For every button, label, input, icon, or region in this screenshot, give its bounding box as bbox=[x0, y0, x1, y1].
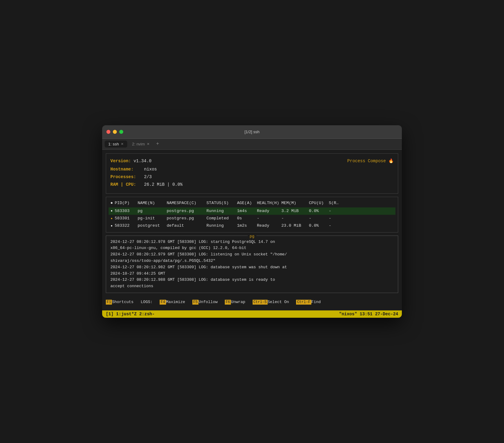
logs-label: LOGS: bbox=[141, 300, 153, 304]
status-left: [1] 1:just*Z 2:zsh- bbox=[106, 312, 155, 317]
info-version-line: Version: v1.34.0 bbox=[110, 158, 151, 164]
f4-key[interactable]: F4 bbox=[160, 300, 166, 305]
row1-bullet: ● bbox=[109, 209, 115, 213]
row3-name: postgrest bbox=[138, 223, 167, 229]
info-section: Version: v1.34.0 Process Compose 🔥 Hostn… bbox=[106, 153, 398, 194]
ctrlf-key[interactable]: Ctrl-F bbox=[296, 300, 311, 305]
col-header-bullet: ● bbox=[109, 200, 115, 206]
row3-namespace: default bbox=[167, 223, 206, 229]
row1-s: - bbox=[329, 208, 341, 214]
tab-add-button[interactable]: + bbox=[154, 141, 161, 147]
row2-s: - bbox=[329, 215, 341, 222]
tab-nvim-label: 2: nvim bbox=[132, 142, 145, 146]
status-right: "nixos" 13:51 27-Dec-24 bbox=[339, 312, 398, 317]
table-header: ● PID(P) NAME(N) NAMESPACE(C) STATUS(S) … bbox=[109, 200, 395, 207]
unfollow-text: Unfollow bbox=[198, 300, 217, 304]
col-header-namespace: NAMESPACE(C) bbox=[167, 200, 206, 206]
log-line-6: 2024-10-27 09:44:25 GMT bbox=[110, 271, 394, 277]
log-line-2: x86_64-pc-linux-gnu, compiled by gcc (GC… bbox=[110, 245, 394, 251]
row1-mem: 3.2 MiB bbox=[281, 208, 309, 214]
window-title: [1/2] ssh bbox=[244, 130, 259, 134]
terminal-content: Version: v1.34.0 Process Compose 🔥 Hostn… bbox=[102, 150, 402, 311]
col-header-age: AGE(A) bbox=[237, 200, 257, 206]
col-header-cpu: CPU(U) bbox=[309, 200, 329, 206]
tab-ssh-label: 1: ssh bbox=[108, 142, 119, 146]
row2-mem: - bbox=[281, 215, 309, 222]
select-on-text: Select On bbox=[268, 300, 289, 304]
close-button[interactable] bbox=[106, 130, 110, 134]
log-line-5: 2024-12-27 08:20:12.982 GMT [583309] LOG… bbox=[110, 264, 394, 271]
row3-age: 1m2s bbox=[237, 223, 257, 229]
info-processes-line: Processes: 2/3 bbox=[110, 174, 394, 180]
unwrap-text: Unwrap bbox=[231, 300, 245, 304]
col-header-pid: PID(P) bbox=[115, 200, 138, 206]
row1-name: pg bbox=[138, 208, 167, 214]
log-line-7: 2024-12-27 08:20:12.988 GMT [583308] LOG… bbox=[110, 277, 394, 283]
row2-bullet: ● bbox=[109, 216, 115, 221]
log-section: pg 2024-12-27 08:20:12.978 GMT [583308] … bbox=[106, 236, 398, 293]
tab-nvim-close[interactable]: ✕ bbox=[147, 142, 150, 146]
process-table: ● PID(P) NAME(N) NAMESPACE(C) STATUS(S) … bbox=[106, 197, 398, 232]
table-row[interactable]: ● 583322 postgrest default Running 1m2s … bbox=[109, 222, 395, 229]
traffic-lights bbox=[106, 130, 123, 134]
log-line-4: shivaraj/oss/todo-app/data/pg/.s.PGSQL.5… bbox=[110, 258, 394, 264]
main-window: [1/2] ssh 1: ssh ✕ 2: nvim ✕ + Version: … bbox=[102, 125, 402, 318]
info-ram-line: RAM | CPU: 26.2 MiB | 0.0% bbox=[110, 181, 394, 188]
table-row[interactable]: ● 583301 pg-init postgres.pg Completed 0… bbox=[109, 215, 395, 222]
info-header-row: Version: v1.34.0 Process Compose 🔥 bbox=[110, 158, 394, 164]
row1-namespace: postgres.pg bbox=[167, 208, 206, 214]
f6-key[interactable]: F6 bbox=[225, 300, 231, 305]
shortcuts-text: Shortcuts bbox=[112, 300, 133, 304]
row1-health: Ready bbox=[257, 208, 281, 214]
row2-age: 0s bbox=[237, 215, 257, 222]
row2-cpu: - bbox=[309, 215, 329, 222]
col-header-mem: MEM(M) bbox=[281, 200, 309, 206]
row2-status: Completed bbox=[206, 215, 237, 222]
row2-namespace: postgres.pg bbox=[167, 215, 206, 222]
row3-pid: 583322 bbox=[115, 223, 138, 229]
row2-pid: 583301 bbox=[115, 215, 138, 222]
row2-name: pg-init bbox=[138, 215, 167, 222]
maximize-text: Maximize bbox=[166, 300, 185, 304]
log-line-1: 2024-12-27 08:20:12.978 GMT [583308] LOG… bbox=[110, 239, 394, 245]
processes-label: Processes: bbox=[110, 174, 144, 180]
col-header-name: NAME(N) bbox=[138, 200, 167, 206]
col-header-health: HEALTH(H) bbox=[257, 200, 281, 206]
f5-key[interactable]: F5 bbox=[192, 300, 198, 305]
row3-s: - bbox=[329, 223, 341, 229]
row2-health: - bbox=[257, 215, 281, 222]
row1-pid: 583303 bbox=[115, 208, 138, 214]
row1-cpu: 0.0% bbox=[309, 208, 329, 214]
status-bar: [1] 1:just*Z 2:zsh- "nixos" 13:51 27-Dec… bbox=[102, 310, 402, 318]
table-row[interactable]: ● 583303 pg postgres.pg Running 1m4s Rea… bbox=[109, 207, 395, 215]
tab-bar: 1: ssh ✕ 2: nvim ✕ + bbox=[102, 139, 402, 150]
log-line-8: accept connections bbox=[110, 283, 394, 290]
minimize-button[interactable] bbox=[113, 130, 117, 134]
row1-age: 1m4s bbox=[237, 208, 257, 214]
tab-ssh[interactable]: 1: ssh ✕ bbox=[105, 141, 127, 148]
row3-cpu: 0.0% bbox=[309, 223, 329, 229]
f1-key[interactable]: F1 bbox=[106, 300, 112, 305]
log-title: pg bbox=[248, 233, 256, 240]
col-header-s: S(R… bbox=[329, 200, 341, 206]
info-hostname-line: Hostname: nixos bbox=[110, 166, 394, 173]
tab-nvim[interactable]: 2: nvim ✕ bbox=[128, 141, 153, 148]
version-value: v1.34.0 bbox=[134, 159, 152, 163]
processes-value: 2/3 bbox=[144, 174, 152, 180]
row3-bullet: ● bbox=[109, 224, 115, 228]
titlebar: [1/2] ssh bbox=[102, 125, 402, 139]
row1-status: Running bbox=[206, 208, 237, 214]
hostname-label: Hostname: bbox=[110, 166, 144, 173]
tab-ssh-close[interactable]: ✕ bbox=[121, 142, 124, 146]
ram-label: RAM | CPU: bbox=[110, 181, 144, 188]
find-text: Find bbox=[311, 300, 321, 304]
maximize-button[interactable] bbox=[119, 130, 123, 134]
row3-status: Running bbox=[206, 223, 237, 229]
row3-health: Ready bbox=[257, 223, 281, 229]
process-compose-button[interactable]: Process Compose 🔥 bbox=[347, 158, 394, 164]
shortcuts-bar: F1Shortcuts LOGS: F4Maximize F5Unfollow … bbox=[106, 296, 398, 307]
hostname-value: nixos bbox=[144, 166, 157, 173]
row3-mem: 23.0 MiB bbox=[281, 223, 309, 229]
version-label: Version: bbox=[110, 159, 131, 163]
ctrls-key[interactable]: Ctrl-S bbox=[253, 300, 268, 305]
